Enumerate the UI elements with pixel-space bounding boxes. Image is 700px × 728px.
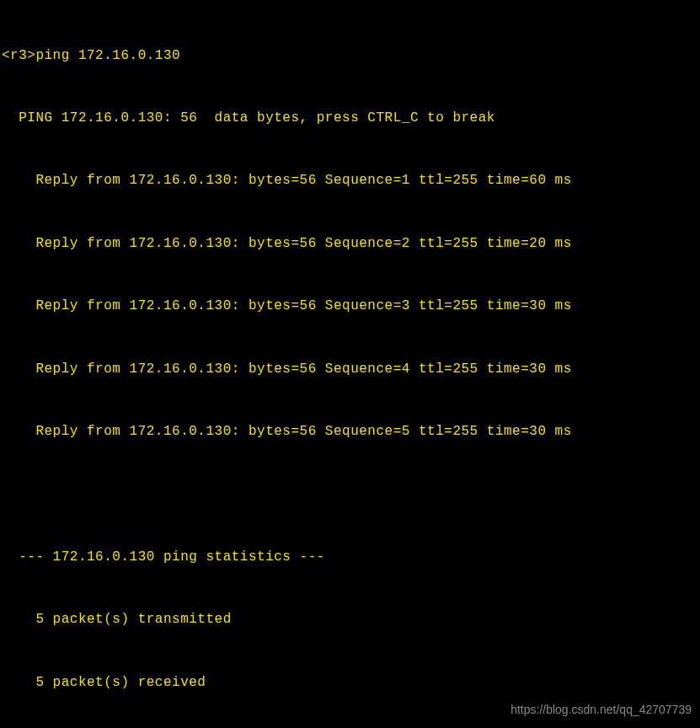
terminal-output: <r3>ping 172.16.0.130 PING 172.16.0.130:… bbox=[2, 3, 698, 728]
command-prompt: <r3>ping 172.16.0.130 bbox=[2, 46, 698, 67]
ping-reply: Reply from 172.16.0.130: bytes=56 Sequen… bbox=[2, 170, 698, 191]
watermark-text: https://blog.csdn.net/qq_42707739 bbox=[510, 701, 692, 720]
ping-header: PING 172.16.0.130: 56 data bytes, press … bbox=[2, 108, 698, 129]
stats-header: --- 172.16.0.130 ping statistics --- bbox=[2, 547, 698, 568]
ping-reply: Reply from 172.16.0.130: bytes=56 Sequen… bbox=[2, 359, 698, 380]
ping-reply: Reply from 172.16.0.130: bytes=56 Sequen… bbox=[2, 421, 698, 442]
stats-line: 5 packet(s) transmitted bbox=[2, 609, 698, 630]
blank-line bbox=[2, 484, 698, 505]
ping-reply: Reply from 172.16.0.130: bytes=56 Sequen… bbox=[2, 233, 698, 254]
ping-reply: Reply from 172.16.0.130: bytes=56 Sequen… bbox=[2, 296, 698, 317]
stats-line: 5 packet(s) received bbox=[2, 672, 698, 693]
